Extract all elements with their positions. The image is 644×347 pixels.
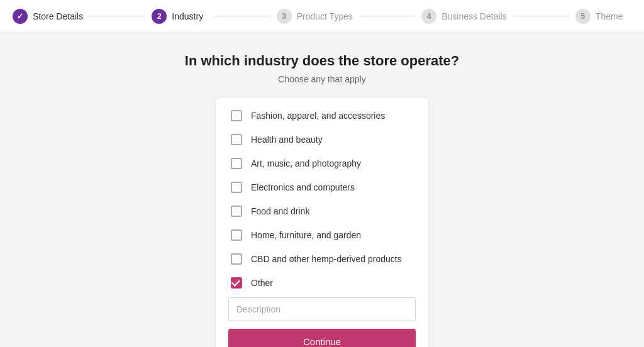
step-industry[interactable]: 2 Industry [152,9,208,24]
checkbox-health-beauty[interactable] [231,134,242,145]
description-input[interactable] [228,297,416,321]
continue-button[interactable]: Continue [228,329,416,347]
option-electronics[interactable]: Electronics and computers [216,175,428,199]
main-content: In which industry does the store operate… [0,33,644,347]
step-store-details[interactable]: ✓ Store Details [13,9,83,24]
checkbox-electronics[interactable] [231,182,242,193]
option-health-beauty[interactable]: Health and beauty [216,128,428,151]
connector-2-3 [214,16,270,16]
step-5-label: Theme [596,11,623,21]
checkbox-home-furniture[interactable] [231,229,242,241]
step-business-details[interactable]: 4 Business Details [421,9,507,24]
step-2-number: 2 [152,9,167,24]
step-1-label: Store Details [33,11,83,21]
checkbox-fashion[interactable] [231,110,242,121]
page-title: In which industry does the store operate… [185,53,459,69]
option-food-drink[interactable]: Food and drink [216,199,428,223]
connector-1-2 [89,16,145,16]
step-theme[interactable]: 5 Theme [575,9,631,24]
stepper: ✓ Store Details 2 Industry 3 Product Typ… [0,0,644,33]
option-home-furniture[interactable]: Home, furniture, and garden [216,223,428,247]
step-4-label: Business Details [441,11,507,21]
step-4-number: 4 [421,9,436,24]
option-cbd[interactable]: CBD and other hemp-derived products [216,247,428,271]
option-cbd-label: CBD and other hemp-derived products [251,254,402,264]
option-electronics-label: Electronics and computers [251,182,355,192]
option-other[interactable]: Other [216,271,428,295]
checkbox-art-music[interactable] [231,158,242,169]
step-3-label: Product Types [297,11,353,21]
option-home-furniture-label: Home, furniture, and garden [251,230,361,240]
option-art-music-label: Art, music, and photography [251,158,361,168]
option-fashion-label: Fashion, apparel, and accessories [251,111,385,121]
option-food-drink-label: Food and drink [251,206,309,216]
page-subtitle: Choose any that apply [278,74,365,84]
option-health-beauty-label: Health and beauty [251,135,323,145]
checkbox-food-drink[interactable] [231,206,242,217]
option-other-label: Other [251,278,273,288]
step-2-label: Industry [172,11,203,21]
step-1-number: ✓ [13,9,28,24]
checkbox-cbd[interactable] [231,253,242,265]
connector-4-5 [513,16,569,16]
connector-3-4 [359,16,415,16]
options-card: Fashion, apparel, and accessories Health… [215,97,429,347]
checkbox-other[interactable] [231,277,242,289]
step-3-number: 3 [277,9,292,24]
option-art-music[interactable]: Art, music, and photography [216,151,428,175]
option-fashion[interactable]: Fashion, apparel, and accessories [216,104,428,128]
step-product-types[interactable]: 3 Product Types [277,9,353,24]
step-5-number: 5 [575,9,591,24]
